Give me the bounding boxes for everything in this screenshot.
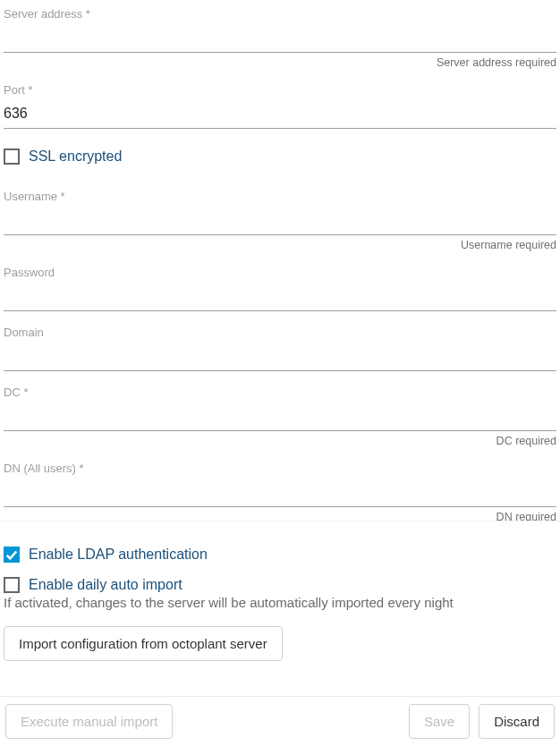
dc-input[interactable] [4, 401, 556, 431]
port-input[interactable] [4, 98, 556, 129]
domain-input[interactable] [4, 341, 556, 371]
ssl-checkbox-row: SSL encrypted [4, 148, 556, 165]
dn-all-field: DN (All users) * DN required [4, 456, 556, 521]
dn-all-label: DN (All users) * [4, 456, 556, 475]
password-label: Password [4, 260, 556, 279]
dn-all-error: DN required [4, 507, 556, 521]
discard-button[interactable]: Discard [479, 704, 555, 739]
save-button[interactable]: Save [409, 704, 470, 739]
dc-label: DC * [4, 380, 556, 399]
auto-import-help: If activated, changes to the server will… [4, 595, 556, 610]
dc-field: DC * DC required [4, 380, 556, 447]
check-icon [5, 548, 18, 561]
port-label: Port * [4, 78, 556, 97]
username-input[interactable] [4, 205, 556, 235]
server-address-error: Server address required [4, 53, 556, 69]
execute-manual-import-button[interactable]: Execute manual import [5, 704, 173, 739]
dn-all-input[interactable] [4, 477, 556, 507]
enable-ldap-row: Enable LDAP authentication [4, 547, 556, 563]
footer-bar: Execute manual import Save Discard [0, 696, 560, 746]
password-input[interactable] [4, 281, 556, 311]
server-address-label: Server address * [4, 2, 556, 21]
server-address-field: Server address * Server address required [4, 2, 556, 69]
port-field: Port * [4, 78, 556, 129]
username-field: Username * Username required [4, 184, 556, 251]
form-scroll-area[interactable]: Server address * Server address required… [0, 0, 560, 521]
footer-right: Save Discard [409, 704, 555, 739]
username-label: Username * [4, 184, 556, 203]
ssl-checkbox-label[interactable]: SSL encrypted [29, 148, 122, 165]
password-field: Password [4, 260, 556, 311]
options-area: Enable LDAP authentication Enable daily … [0, 521, 560, 661]
dc-error: DC required [4, 431, 556, 447]
username-error: Username required [4, 235, 556, 251]
server-address-input[interactable] [4, 22, 556, 53]
enable-ldap-checkbox[interactable] [4, 547, 20, 563]
auto-import-row: Enable daily auto import [4, 577, 556, 593]
import-config-button[interactable]: Import configuration from octoplant serv… [4, 626, 283, 661]
auto-import-label[interactable]: Enable daily auto import [29, 577, 182, 593]
domain-label: Domain [4, 320, 556, 339]
ssl-checkbox[interactable] [4, 148, 20, 165]
domain-field: Domain [4, 320, 556, 371]
enable-ldap-label[interactable]: Enable LDAP authentication [29, 547, 208, 563]
auto-import-checkbox[interactable] [4, 577, 20, 593]
